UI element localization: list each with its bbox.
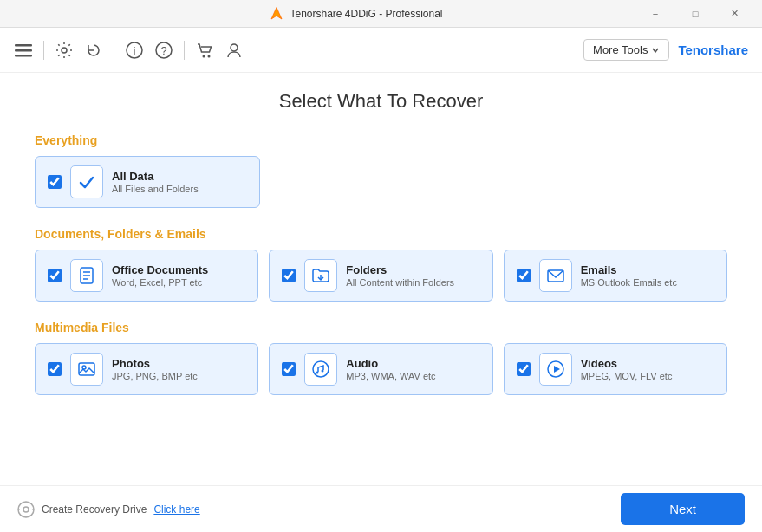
recovery-drive-label: Create Recovery Drive: [42, 503, 147, 516]
minimize-button[interactable]: −: [635, 0, 675, 28]
multimedia-cards: Photos JPG, PNG, BMP etc Audio: [35, 343, 727, 395]
videos-title: Videos: [581, 357, 673, 370]
window-controls: − □ ✕: [635, 0, 755, 28]
videos-text: Videos MPEG, MOV, FLV etc: [581, 357, 673, 381]
emails-title: Emails: [581, 263, 677, 276]
menu-icon[interactable]: [14, 41, 33, 60]
recovery-drive-icon: [17, 501, 35, 518]
svg-point-4: [62, 48, 67, 53]
separator-3: [184, 41, 185, 60]
office-docs-icon-box: [70, 259, 103, 292]
title-bar-center: Tenorshare 4DDiG - Professional: [269, 6, 442, 22]
title-bar: Tenorshare 4DDiG - Professional − □ ✕: [0, 0, 762, 28]
svg-point-22: [322, 370, 324, 373]
toolbar-left: i ?: [14, 41, 244, 60]
svg-rect-3: [15, 55, 32, 57]
section-everything-title: Everything: [35, 133, 727, 147]
videos-icon-box: [539, 353, 572, 386]
document-icon: [77, 266, 96, 285]
svg-point-25: [18, 502, 34, 517]
maximize-button[interactable]: □: [675, 0, 715, 28]
card-emails[interactable]: Emails MS Outlook Emails etc: [504, 250, 727, 302]
checkbox-office-docs[interactable]: [48, 269, 62, 282]
folders-icon-box: [304, 259, 337, 292]
cart-icon[interactable]: [195, 41, 214, 60]
next-button[interactable]: Next: [621, 493, 745, 525]
checkbox-videos[interactable]: [517, 362, 531, 376]
checkmark-icon: [77, 172, 96, 191]
section-everything: Everything All Data All Files and Folder…: [35, 133, 727, 208]
card-photos[interactable]: Photos JPG, PNG, BMP etc: [35, 343, 258, 395]
chevron-down-icon: [651, 46, 660, 55]
svg-marker-24: [554, 366, 560, 373]
svg-rect-20: [313, 361, 329, 377]
svg-rect-18: [79, 363, 94, 375]
photos-subtitle: JPG, PNG, BMP etc: [112, 371, 198, 381]
audio-title: Audio: [346, 357, 435, 370]
audio-text: Audio MP3, WMA, WAV etc: [346, 357, 435, 381]
section-documents-title: Documents, Folders & Emails: [35, 227, 727, 241]
checkbox-folders[interactable]: [282, 269, 296, 282]
videos-subtitle: MPEG, MOV, FLV etc: [581, 371, 673, 381]
audio-subtitle: MP3, WMA, WAV etc: [346, 371, 435, 381]
email-icon: [546, 266, 565, 285]
photos-text: Photos JPG, PNG, BMP etc: [112, 357, 198, 381]
office-docs-subtitle: Word, Excel, PPT etc: [112, 277, 208, 288]
more-tools-label: More Tools: [593, 43, 648, 56]
brand-label: Tenorshare: [678, 42, 748, 57]
photo-icon: [77, 360, 96, 379]
page-title: Select What To Recover: [35, 90, 727, 113]
section-multimedia: Multimedia Files Photos JPG, PNG, BMP et…: [35, 321, 727, 395]
svg-point-26: [23, 507, 29, 512]
section-multimedia-title: Multimedia Files: [35, 321, 727, 334]
folders-subtitle: All Content within Folders: [346, 277, 454, 288]
help-icon[interactable]: ?: [154, 41, 173, 60]
history-icon[interactable]: [84, 41, 103, 60]
toolbar-right: More Tools Tenorshare: [583, 39, 748, 61]
folders-text: Folders All Content within Folders: [346, 263, 454, 288]
user-icon[interactable]: [225, 41, 244, 60]
photos-title: Photos: [112, 357, 198, 370]
office-docs-title: Office Documents: [112, 263, 208, 276]
svg-text:?: ?: [160, 44, 166, 57]
all-data-title: All Data: [112, 170, 199, 183]
separator-1: [43, 41, 44, 60]
card-all-data[interactable]: All Data All Files and Folders: [35, 156, 260, 208]
svg-point-10: [208, 55, 211, 57]
settings-icon[interactable]: [55, 41, 74, 60]
all-data-text: All Data All Files and Folders: [112, 170, 199, 194]
folder-icon: [311, 266, 330, 285]
emails-subtitle: MS Outlook Emails etc: [581, 277, 677, 288]
photos-icon-box: [70, 353, 103, 386]
svg-point-21: [316, 372, 319, 374]
checkbox-audio[interactable]: [282, 362, 296, 376]
svg-rect-1: [15, 44, 32, 47]
video-icon: [546, 360, 565, 379]
checkbox-emails[interactable]: [517, 269, 531, 282]
emails-icon-box: [539, 259, 572, 292]
svg-marker-0: [271, 7, 282, 19]
checkbox-photos[interactable]: [48, 362, 62, 376]
card-audio[interactable]: Audio MP3, WMA, WAV etc: [269, 343, 492, 395]
emails-text: Emails MS Outlook Emails etc: [581, 263, 677, 288]
app-logo-icon: [269, 6, 284, 22]
all-data-icon-box: [70, 165, 103, 198]
audio-icon: [311, 360, 330, 379]
card-office-docs[interactable]: Office Documents Word, Excel, PPT etc: [35, 250, 258, 302]
separator-2: [114, 41, 114, 60]
svg-point-11: [231, 44, 238, 51]
footer: Create Recovery Drive Click here Next: [0, 485, 762, 532]
close-button[interactable]: ✕: [715, 0, 755, 28]
card-folders[interactable]: Folders All Content within Folders: [269, 250, 492, 302]
folders-title: Folders: [346, 263, 454, 276]
click-here-link[interactable]: Click here: [153, 503, 199, 516]
toolbar: i ? More Tools Tenorshare: [0, 28, 762, 73]
audio-icon-box: [304, 353, 337, 386]
all-data-subtitle: All Files and Folders: [112, 184, 199, 194]
more-tools-button[interactable]: More Tools: [583, 39, 669, 61]
footer-left: Create Recovery Drive Click here: [17, 501, 200, 518]
svg-text:i: i: [134, 45, 136, 57]
info-icon[interactable]: i: [125, 41, 144, 60]
checkbox-all-data[interactable]: [48, 175, 62, 189]
card-videos[interactable]: Videos MPEG, MOV, FLV etc: [504, 343, 727, 395]
